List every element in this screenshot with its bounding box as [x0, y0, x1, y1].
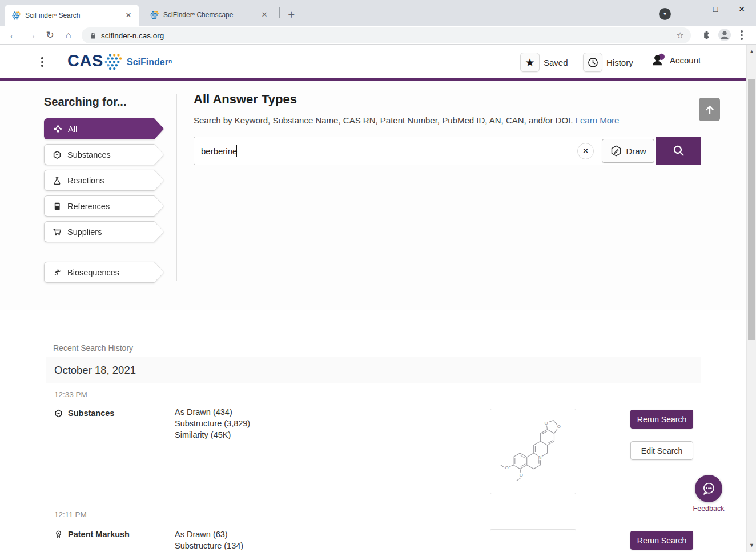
- tab-scifinder-chemscape[interactable]: SciFinderⁿ Chemscape ✕: [143, 6, 275, 23]
- feedback-label: Feedback: [688, 505, 729, 513]
- draw-button[interactable]: Draw: [602, 139, 654, 163]
- new-tab-button[interactable]: ＋: [284, 7, 299, 22]
- rerun-search-button[interactable]: Rerun Search: [630, 410, 693, 429]
- sidebar-item-label: Suppliers: [67, 227, 102, 237]
- molecule-icon: [53, 124, 62, 134]
- entry-time: 12:11 PM: [54, 510, 87, 519]
- sidebar-item-reactions[interactable]: Reactions: [44, 170, 164, 191]
- saved-star-icon: ★: [520, 53, 540, 72]
- sidebar-item-label: References: [67, 202, 110, 211]
- media-controls-icon[interactable]: ▾: [659, 8, 671, 20]
- recent-history-panel: Recent Search History October 18, 2021 1…: [0, 310, 746, 552]
- rerun-search-button[interactable]: Rerun Search: [630, 531, 693, 550]
- text-caret: [236, 145, 237, 157]
- sidebar-item-references[interactable]: References: [44, 195, 164, 217]
- sidebar-item-suppliers[interactable]: Suppliers: [44, 221, 164, 242]
- search-bar: ✕ Draw: [194, 137, 701, 165]
- result-link[interactable]: Substructure (134): [175, 540, 243, 551]
- feedback-button[interactable]: [695, 475, 722, 502]
- flask-icon: [53, 176, 62, 185]
- scifinder-favicon: [11, 11, 21, 20]
- cas-logo-mark: [102, 53, 123, 72]
- entry-type: Substances: [54, 409, 114, 418]
- result-link[interactable]: Similarity (45K): [175, 429, 250, 441]
- profile-avatar[interactable]: [718, 28, 731, 42]
- sidebar-item-label: All: [68, 125, 77, 134]
- history-section-label: Recent Search History: [53, 343, 133, 353]
- book-icon: [53, 202, 62, 211]
- result-link[interactable]: As Drawn (434): [175, 406, 250, 418]
- search-input-wrap: ✕ Draw: [194, 137, 656, 165]
- feedback-chat-icon: [701, 481, 717, 497]
- search-submit-button[interactable]: [656, 137, 701, 165]
- page-title: All Answer Types: [194, 92, 297, 107]
- page-scrollbar[interactable]: ▲ ▼: [746, 45, 756, 552]
- forward-icon[interactable]: →: [24, 27, 39, 43]
- cas-logo[interactable]: CAS: [67, 51, 103, 70]
- home-icon[interactable]: ⌂: [61, 27, 76, 43]
- back-icon[interactable]: ←: [6, 27, 21, 43]
- sidebar-item-label: Substances: [67, 150, 111, 159]
- tab-close-icon[interactable]: ✕: [259, 10, 270, 20]
- svg-text:O: O: [505, 465, 509, 470]
- structure-thumbnail: O O N+ O O: [490, 409, 576, 494]
- entry-results: As Drawn (434) Substructure (3,829) Simi…: [175, 406, 250, 441]
- cart-icon: [53, 227, 62, 237]
- structure-thumbnail: [490, 529, 576, 552]
- svg-text:O: O: [557, 424, 561, 429]
- reload-icon[interactable]: ↻: [42, 27, 58, 43]
- search-panel: Searching for... All Substances Reaction…: [0, 81, 746, 310]
- sidebar-item-label: Reactions: [67, 176, 104, 185]
- extensions-icon[interactable]: [700, 29, 713, 41]
- browser-tab-strip: SciFinderⁿ Search ✕ SciFinderⁿ Chemscape…: [0, 0, 756, 26]
- minimize-button[interactable]: —: [679, 2, 699, 16]
- address-bar[interactable]: scifinder-n.cas.org ☆: [82, 27, 691, 43]
- tab-scifinder-search[interactable]: SciFinderⁿ Search ✕: [5, 5, 139, 26]
- search-hint: Search by Keyword, Substance Name, CAS R…: [194, 115, 619, 125]
- search-icon: [672, 144, 686, 158]
- edit-search-button[interactable]: Edit Search: [630, 441, 693, 460]
- history-entry-substances: 12:33 PM Substances As Drawn (434) Subst…: [46, 383, 701, 503]
- sidebar-title: Searching for...: [44, 95, 126, 109]
- browser-toolbar: ← → ↻ ⌂ scifinder-n.cas.org ☆: [0, 26, 756, 45]
- learn-more-link[interactable]: Learn More: [576, 115, 620, 125]
- scrollbar-down-icon[interactable]: ▼: [747, 541, 756, 550]
- close-button[interactable]: ✕: [732, 2, 751, 16]
- bookmark-star-icon[interactable]: ☆: [677, 30, 684, 41]
- result-link[interactable]: Substructure (3,829): [175, 418, 250, 429]
- entry-results: As Drawn (63) Substructure (134): [175, 529, 243, 551]
- browser-menu-icon[interactable]: [741, 30, 743, 40]
- url-text: scifinder-n.cas.org: [101, 31, 677, 40]
- tab-title: SciFinderⁿ Chemscape: [163, 11, 255, 19]
- scroll-to-top-button[interactable]: [699, 98, 720, 121]
- entry-type: Patent Markush: [54, 530, 130, 539]
- draw-hexagon-pencil-icon: [610, 145, 622, 157]
- saved-button[interactable]: ★ Saved: [520, 53, 568, 72]
- maximize-button[interactable]: □: [706, 2, 725, 16]
- hexagon-substance-icon: [53, 150, 62, 159]
- hexagon-substance-icon: [54, 409, 63, 418]
- sidebar-item-biosequences[interactable]: Biosequences: [44, 262, 164, 283]
- clock-icon: [583, 53, 602, 72]
- history-card: October 18, 2021 12:33 PM Substances As …: [46, 357, 701, 552]
- scifinder-favicon: [150, 10, 159, 19]
- entry-time: 12:33 PM: [54, 390, 87, 399]
- result-link[interactable]: As Drawn (63): [175, 529, 243, 540]
- sidebar-item-all[interactable]: All: [44, 118, 164, 139]
- svg-text:O: O: [520, 473, 523, 478]
- history-button[interactable]: History: [583, 53, 633, 72]
- clear-search-icon[interactable]: ✕: [577, 143, 594, 159]
- site-header: CAS SciFinderⁿ ★ Saved History Account: [0, 45, 746, 81]
- account-button[interactable]: Account: [651, 53, 701, 67]
- tab-close-icon[interactable]: ✕: [123, 10, 134, 21]
- dna-icon: [53, 268, 62, 277]
- scrollbar-thumb[interactable]: [748, 79, 755, 340]
- berberine-structure: O O N+ O O: [490, 409, 576, 494]
- scifinder-logo[interactable]: SciFinderⁿ: [127, 57, 172, 67]
- patent-award-icon: [54, 530, 63, 539]
- scrollbar-up-icon[interactable]: ▲: [747, 47, 756, 56]
- app-menu-icon[interactable]: [41, 57, 43, 67]
- sidebar-item-substances[interactable]: Substances: [44, 144, 164, 165]
- sidebar-divider-vertical: [176, 94, 177, 281]
- account-person-icon: [651, 53, 666, 67]
